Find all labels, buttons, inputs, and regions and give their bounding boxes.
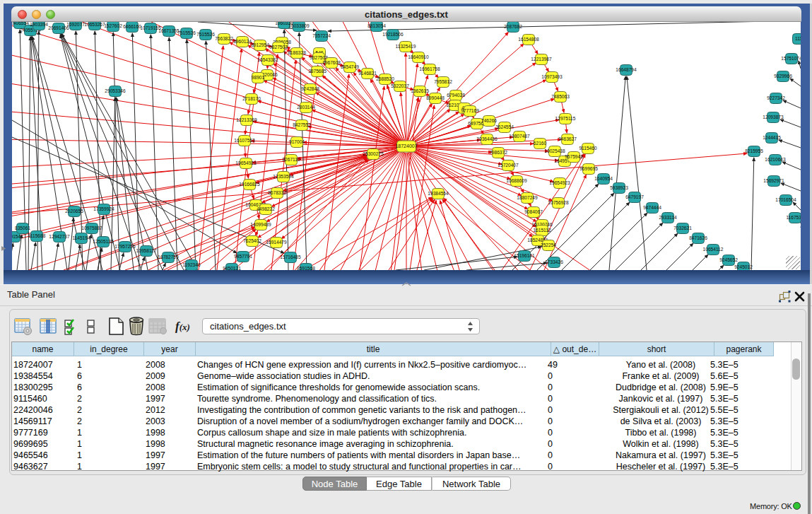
svg-text:8427552: 8427552: [293, 122, 311, 127]
svg-text:7515526: 7515526: [196, 32, 215, 37]
svg-text:111: 111: [795, 36, 801, 41]
svg-text:12942737: 12942737: [49, 234, 70, 239]
svg-text:9450121: 9450121: [223, 266, 241, 270]
svg-text:16961758: 16961758: [419, 66, 440, 71]
svg-text:15196141: 15196141: [514, 253, 535, 258]
svg-text:16033809: 16033809: [288, 23, 310, 28]
svg-text:10025438: 10025438: [544, 148, 565, 153]
svg-text:9575948: 9575948: [565, 154, 583, 159]
svg-text:7955812: 7955812: [434, 79, 452, 84]
svg-text:1145194: 1145194: [72, 235, 90, 240]
svg-text:14099489: 14099489: [250, 222, 271, 227]
svg-text:9227342: 9227342: [767, 95, 785, 100]
svg-text:9245012: 9245012: [734, 264, 753, 269]
svg-text:10654112: 10654112: [703, 247, 724, 252]
svg-text:6479197: 6479197: [625, 194, 644, 199]
svg-text:10653267: 10653267: [84, 22, 105, 27]
svg-text:9827503: 9827503: [269, 45, 288, 49]
svg-text:9242848: 9242848: [301, 86, 319, 91]
svg-text:6794028: 6794028: [447, 93, 465, 98]
svg-text:9474444: 9474444: [643, 205, 661, 210]
svg-text:3624554: 3624554: [495, 124, 514, 129]
svg-text:9084067: 9084067: [524, 209, 543, 214]
svg-text:8471626: 8471626: [689, 235, 707, 240]
svg-text:12093873: 12093873: [763, 115, 784, 119]
svg-text:11325419: 11325419: [396, 44, 416, 49]
svg-text:9699695: 9699695: [579, 166, 598, 171]
svg-text:746266: 746266: [481, 118, 497, 123]
svg-text:9329966: 9329966: [774, 74, 792, 78]
svg-text:2020655: 2020655: [65, 209, 83, 214]
svg-text:16210643: 16210643: [765, 157, 786, 162]
svg-text:7485063: 7485063: [551, 94, 570, 99]
svg-text:16107553: 16107553: [234, 138, 255, 143]
svg-text:1527602: 1527602: [104, 23, 122, 28]
svg-text:8960124: 8960124: [233, 39, 252, 44]
svg-text:17359924: 17359924: [93, 206, 114, 211]
svg-text:19654923: 19654923: [235, 160, 257, 165]
svg-text:12353594: 12353594: [273, 174, 294, 179]
svg-text:17016504: 17016504: [775, 197, 796, 202]
svg-text:252254: 252254: [541, 243, 556, 247]
svg-text:9115460: 9115460: [579, 146, 597, 151]
svg-text:1692077: 1692077: [66, 22, 85, 27]
svg-text:7663822: 7663822: [215, 36, 233, 41]
svg-text:29053346: 29053346: [105, 88, 126, 93]
svg-text:12505135: 12505135: [93, 239, 114, 244]
svg-text:10975887: 10975887: [81, 226, 102, 230]
svg-text:16648794: 16648794: [616, 67, 637, 72]
svg-text:9463627: 9463627: [558, 136, 577, 141]
svg-text:5322037: 5322037: [391, 83, 409, 88]
svg-text:7986372: 7986372: [489, 150, 507, 155]
svg-text:8912954: 8912954: [251, 42, 269, 47]
svg-text:19166825: 19166825: [239, 182, 260, 187]
svg-text:12975115: 12975115: [555, 116, 576, 121]
svg-text:19654923: 19654923: [549, 180, 570, 185]
svg-text:8186328: 8186328: [288, 50, 306, 55]
svg-text:1244415: 1244415: [763, 135, 781, 140]
svg-text:6466160: 6466160: [123, 24, 141, 29]
svg-text:7625402: 7625402: [243, 238, 261, 243]
svg-text:7032621: 7032621: [673, 226, 692, 230]
svg-text:25300275: 25300275: [363, 151, 384, 156]
svg-text:2087682: 2087682: [504, 24, 522, 29]
svg-text:10973493: 10973493: [541, 74, 563, 79]
svg-text:9457791: 9457791: [234, 254, 252, 259]
svg-text:2933114: 2933114: [659, 215, 677, 220]
svg-text:9146821: 9146821: [358, 71, 377, 76]
svg-text:1167534: 1167534: [786, 215, 801, 220]
svg-text:62160: 62160: [534, 141, 547, 146]
svg-text:7357224: 7357224: [312, 33, 331, 38]
svg-text:15751074: 15751074: [781, 56, 801, 61]
svg-text:8678332: 8678332: [268, 190, 286, 195]
svg-text:18640910: 18640910: [408, 54, 429, 59]
svg-text:15716485: 15716485: [280, 255, 301, 259]
svg-text:12213987: 12213987: [531, 57, 552, 62]
svg-text:16782759: 16782759: [158, 255, 179, 259]
svg-text:17957255: 17957255: [114, 244, 136, 249]
svg-text:16914479: 16914479: [266, 240, 287, 245]
svg-text:18807249: 18807249: [517, 195, 538, 200]
svg-text:12213369: 12213369: [236, 117, 257, 122]
svg-text:39154: 39154: [12, 234, 20, 239]
svg-text:8813054: 8813054: [367, 23, 386, 28]
svg-text:10807487: 10807487: [509, 134, 530, 139]
svg-text:9245652: 9245652: [719, 257, 738, 262]
svg-text:8454749: 8454749: [341, 64, 359, 69]
svg-text:8591568: 8591568: [297, 266, 315, 270]
svg-text:9777169: 9777169: [461, 108, 479, 113]
svg-text:16543382: 16543382: [257, 57, 278, 62]
svg-text:98901: 98901: [252, 75, 265, 80]
svg-text:10958117: 10958117: [136, 248, 157, 253]
svg-text:20364436: 20364436: [476, 136, 498, 141]
svg-text:8267110: 8267110: [282, 157, 300, 162]
svg-text:2718170: 2718170: [242, 96, 261, 101]
svg-text:15692971: 15692971: [763, 178, 784, 183]
svg-text:3875685: 3875685: [308, 69, 326, 74]
svg-text:18724007: 18724007: [395, 144, 417, 148]
svg-text:8990448: 8990448: [426, 95, 445, 100]
svg-text:4498222: 4498222: [257, 206, 275, 211]
svg-text:2967608: 2967608: [322, 60, 341, 65]
svg-text:1362615: 1362615: [411, 88, 429, 93]
svg-text:19384554: 19384554: [428, 191, 449, 196]
